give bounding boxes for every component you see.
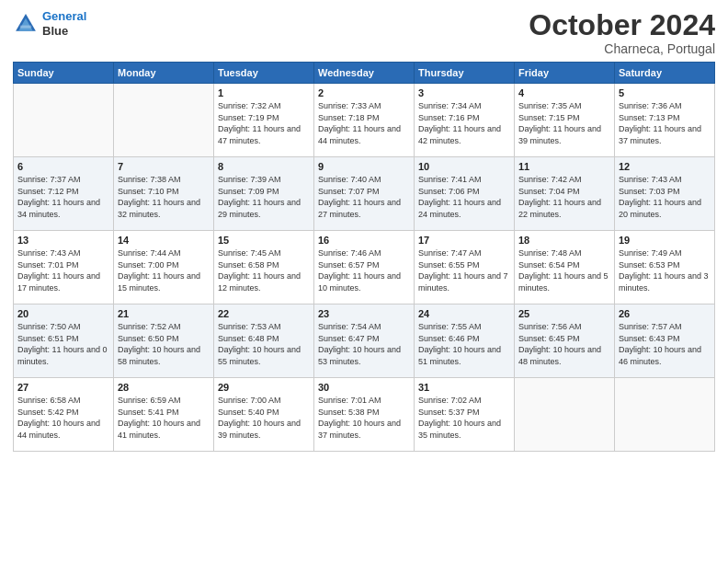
logo-icon bbox=[13, 11, 39, 37]
cell-info: Sunrise: 7:50 AM Sunset: 6:51 PM Dayligh… bbox=[17, 321, 109, 367]
cell-info: Sunrise: 7:52 AM Sunset: 6:50 PM Dayligh… bbox=[118, 321, 210, 367]
cell-info: Sunrise: 7:34 AM Sunset: 7:16 PM Dayligh… bbox=[418, 100, 510, 146]
table-row: 30Sunrise: 7:01 AM Sunset: 5:38 PM Dayli… bbox=[314, 378, 415, 452]
day-number: 13 bbox=[17, 235, 109, 246]
col-thursday: Thursday bbox=[415, 63, 515, 84]
cell-info: Sunrise: 7:49 AM Sunset: 6:53 PM Dayligh… bbox=[619, 247, 711, 293]
table-row: 1Sunrise: 7:32 AM Sunset: 7:19 PM Daylig… bbox=[214, 84, 314, 157]
table-row: 19Sunrise: 7:49 AM Sunset: 6:53 PM Dayli… bbox=[615, 231, 715, 304]
cell-info: Sunrise: 7:02 AM Sunset: 5:37 PM Dayligh… bbox=[418, 395, 510, 441]
table-row: 13Sunrise: 7:43 AM Sunset: 7:01 PM Dayli… bbox=[14, 231, 114, 304]
day-number: 4 bbox=[518, 87, 610, 98]
table-row: 26Sunrise: 7:57 AM Sunset: 6:43 PM Dayli… bbox=[615, 304, 715, 378]
table-row: 2Sunrise: 7:33 AM Sunset: 7:18 PM Daylig… bbox=[314, 84, 415, 157]
day-number: 27 bbox=[17, 382, 109, 393]
day-number: 10 bbox=[418, 161, 510, 172]
cell-info: Sunrise: 7:36 AM Sunset: 7:13 PM Dayligh… bbox=[619, 100, 711, 146]
day-number: 12 bbox=[619, 161, 711, 172]
calendar-header: Sunday Monday Tuesday Wednesday Thursday… bbox=[14, 63, 715, 84]
cell-info: Sunrise: 7:46 AM Sunset: 6:57 PM Dayligh… bbox=[318, 247, 410, 293]
day-number: 6 bbox=[17, 161, 109, 172]
day-number: 16 bbox=[318, 235, 410, 246]
table-row bbox=[114, 84, 214, 157]
table-row: 21Sunrise: 7:52 AM Sunset: 6:50 PM Dayli… bbox=[114, 304, 214, 378]
col-wednesday: Wednesday bbox=[314, 63, 415, 84]
cell-info: Sunrise: 7:39 AM Sunset: 7:09 PM Dayligh… bbox=[218, 174, 310, 220]
day-number: 18 bbox=[518, 235, 610, 246]
table-row: 28Sunrise: 6:59 AM Sunset: 5:41 PM Dayli… bbox=[114, 378, 214, 452]
calendar-body: 1Sunrise: 7:32 AM Sunset: 7:19 PM Daylig… bbox=[14, 84, 715, 452]
table-row: 5Sunrise: 7:36 AM Sunset: 7:13 PM Daylig… bbox=[615, 84, 715, 157]
col-sunday: Sunday bbox=[14, 63, 114, 84]
cell-info: Sunrise: 7:53 AM Sunset: 6:48 PM Dayligh… bbox=[218, 321, 310, 367]
day-number: 19 bbox=[619, 235, 711, 246]
cell-info: Sunrise: 7:48 AM Sunset: 6:54 PM Dayligh… bbox=[518, 247, 610, 293]
day-number: 23 bbox=[318, 308, 410, 319]
table-row: 17Sunrise: 7:47 AM Sunset: 6:55 PM Dayli… bbox=[415, 231, 515, 304]
cell-info: Sunrise: 7:32 AM Sunset: 7:19 PM Dayligh… bbox=[218, 100, 310, 146]
table-row: 31Sunrise: 7:02 AM Sunset: 5:37 PM Dayli… bbox=[415, 378, 515, 452]
table-row: 6Sunrise: 7:37 AM Sunset: 7:12 PM Daylig… bbox=[14, 157, 114, 231]
calendar-table: Sunday Monday Tuesday Wednesday Thursday… bbox=[13, 62, 715, 452]
col-saturday: Saturday bbox=[615, 63, 715, 84]
cell-info: Sunrise: 7:57 AM Sunset: 6:43 PM Dayligh… bbox=[619, 321, 711, 367]
cell-info: Sunrise: 7:47 AM Sunset: 6:55 PM Dayligh… bbox=[418, 247, 510, 293]
table-row: 11Sunrise: 7:42 AM Sunset: 7:04 PM Dayli… bbox=[515, 157, 615, 231]
table-row: 29Sunrise: 7:00 AM Sunset: 5:40 PM Dayli… bbox=[214, 378, 314, 452]
month-title: October 2024 bbox=[529, 9, 715, 41]
cell-info: Sunrise: 7:43 AM Sunset: 7:01 PM Dayligh… bbox=[17, 247, 109, 293]
day-number: 5 bbox=[619, 87, 711, 98]
cell-info: Sunrise: 7:33 AM Sunset: 7:18 PM Dayligh… bbox=[318, 100, 410, 146]
day-number: 3 bbox=[418, 87, 510, 98]
day-number: 28 bbox=[118, 382, 210, 393]
logo-blue: Blue bbox=[42, 24, 86, 39]
cell-info: Sunrise: 7:38 AM Sunset: 7:10 PM Dayligh… bbox=[118, 174, 210, 220]
cell-info: Sunrise: 7:45 AM Sunset: 6:58 PM Dayligh… bbox=[218, 247, 310, 293]
logo: General Blue bbox=[13, 9, 86, 38]
header: General Blue October 2024 Charneca, Port… bbox=[13, 9, 715, 56]
table-row bbox=[14, 84, 114, 157]
day-number: 31 bbox=[418, 382, 510, 393]
table-row: 7Sunrise: 7:38 AM Sunset: 7:10 PM Daylig… bbox=[114, 157, 214, 231]
day-number: 14 bbox=[118, 235, 210, 246]
cell-info: Sunrise: 6:58 AM Sunset: 5:42 PM Dayligh… bbox=[17, 395, 109, 441]
day-number: 8 bbox=[218, 161, 310, 172]
svg-rect-2 bbox=[20, 25, 31, 28]
day-number: 22 bbox=[218, 308, 310, 319]
day-number: 11 bbox=[518, 161, 610, 172]
table-row: 15Sunrise: 7:45 AM Sunset: 6:58 PM Dayli… bbox=[214, 231, 314, 304]
logo-general: General bbox=[42, 9, 86, 23]
table-row: 24Sunrise: 7:55 AM Sunset: 6:46 PM Dayli… bbox=[415, 304, 515, 378]
col-friday: Friday bbox=[515, 63, 615, 84]
day-number: 1 bbox=[218, 87, 310, 98]
cell-info: Sunrise: 7:56 AM Sunset: 6:45 PM Dayligh… bbox=[518, 321, 610, 367]
day-number: 29 bbox=[218, 382, 310, 393]
logo-text: General Blue bbox=[42, 9, 86, 38]
day-number: 26 bbox=[619, 308, 711, 319]
table-row: 8Sunrise: 7:39 AM Sunset: 7:09 PM Daylig… bbox=[214, 157, 314, 231]
day-number: 24 bbox=[418, 308, 510, 319]
table-row: 22Sunrise: 7:53 AM Sunset: 6:48 PM Dayli… bbox=[214, 304, 314, 378]
table-row: 10Sunrise: 7:41 AM Sunset: 7:06 PM Dayli… bbox=[415, 157, 515, 231]
col-monday: Monday bbox=[114, 63, 214, 84]
table-row: 25Sunrise: 7:56 AM Sunset: 6:45 PM Dayli… bbox=[515, 304, 615, 378]
table-row bbox=[615, 378, 715, 452]
table-row: 20Sunrise: 7:50 AM Sunset: 6:51 PM Dayli… bbox=[14, 304, 114, 378]
cell-info: Sunrise: 7:43 AM Sunset: 7:03 PM Dayligh… bbox=[619, 174, 711, 220]
day-number: 9 bbox=[318, 161, 410, 172]
cell-info: Sunrise: 7:42 AM Sunset: 7:04 PM Dayligh… bbox=[518, 174, 610, 220]
cell-info: Sunrise: 7:37 AM Sunset: 7:12 PM Dayligh… bbox=[17, 174, 109, 220]
table-row bbox=[515, 378, 615, 452]
cell-info: Sunrise: 7:41 AM Sunset: 7:06 PM Dayligh… bbox=[418, 174, 510, 220]
page: General Blue October 2024 Charneca, Port… bbox=[0, 0, 728, 563]
day-number: 20 bbox=[17, 308, 109, 319]
table-row: 14Sunrise: 7:44 AM Sunset: 7:00 PM Dayli… bbox=[114, 231, 214, 304]
day-number: 25 bbox=[518, 308, 610, 319]
day-number: 30 bbox=[318, 382, 410, 393]
day-number: 15 bbox=[218, 235, 310, 246]
cell-info: Sunrise: 7:00 AM Sunset: 5:40 PM Dayligh… bbox=[218, 395, 310, 441]
table-row: 9Sunrise: 7:40 AM Sunset: 7:07 PM Daylig… bbox=[314, 157, 415, 231]
day-number: 17 bbox=[418, 235, 510, 246]
day-number: 2 bbox=[318, 87, 410, 98]
cell-info: Sunrise: 6:59 AM Sunset: 5:41 PM Dayligh… bbox=[118, 395, 210, 441]
